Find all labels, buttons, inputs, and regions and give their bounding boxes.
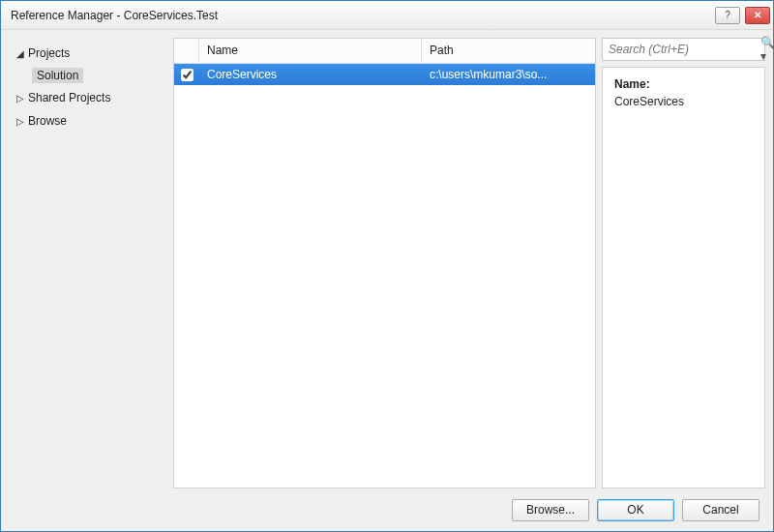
content-row: ◢ Projects Solution ▷ Shared Projects ▷ …: [1, 30, 773, 488]
column-checkbox[interactable]: [174, 39, 199, 63]
dialog-window: Reference Manager - CoreServices.Test ? …: [0, 0, 774, 532]
search-box[interactable]: 🔍▾: [602, 38, 765, 61]
chevron-right-icon: ▷: [15, 116, 26, 127]
search-icon[interactable]: 🔍▾: [757, 36, 774, 63]
sidebar-item-label: Browse: [28, 114, 67, 128]
titlebar[interactable]: Reference Manager - CoreServices.Test ? …: [1, 1, 773, 30]
column-header-name[interactable]: Name: [199, 39, 422, 63]
button-bar: Browse... OK Cancel: [1, 488, 773, 531]
sidebar-item-label: Projects: [28, 46, 70, 60]
window-title: Reference Manager - CoreServices.Test: [11, 9, 713, 22]
row-name: CoreServices: [199, 68, 422, 81]
column-header-path[interactable]: Path: [422, 39, 595, 63]
dialog-body: ◢ Projects Solution ▷ Shared Projects ▷ …: [1, 30, 773, 531]
sidebar-item-projects[interactable]: ◢ Projects: [9, 42, 173, 65]
detail-name-label: Name:: [614, 77, 753, 91]
row-checkbox-cell: [174, 66, 199, 84]
row-path: c:\users\mkumar3\so...: [422, 68, 595, 81]
detail-name-value: CoreServices: [614, 95, 753, 108]
ok-button[interactable]: OK: [597, 499, 674, 521]
close-icon: ✕: [754, 10, 761, 20]
chevron-right-icon: ▷: [15, 93, 26, 103]
list-body: CoreServices c:\users\mkumar3\so...: [174, 64, 595, 488]
sidebar-item-browse[interactable]: ▷ Browse: [9, 109, 173, 133]
close-button[interactable]: ✕: [745, 7, 770, 24]
sidebar: ◢ Projects Solution ▷ Shared Projects ▷ …: [9, 38, 173, 488]
list-row[interactable]: CoreServices c:\users\mkumar3\so...: [174, 64, 595, 85]
sidebar-item-shared-projects[interactable]: ▷ Shared Projects: [9, 86, 173, 109]
detail-panel: Name: CoreServices: [602, 67, 765, 488]
right-panel: 🔍▾ Name: CoreServices: [596, 38, 765, 488]
center-panel: Name Path CoreServices c:\users\mkumar3\…: [173, 38, 596, 488]
sidebar-item-label: Solution: [32, 68, 83, 83]
search-input[interactable]: [607, 42, 757, 57]
sidebar-item-solution[interactable]: Solution: [9, 65, 173, 86]
list-header: Name Path: [174, 39, 595, 64]
reference-list: Name Path CoreServices c:\users\mkumar3\…: [174, 39, 595, 488]
browse-button[interactable]: Browse...: [512, 499, 589, 521]
row-checkbox[interactable]: [181, 69, 194, 81]
help-button[interactable]: ?: [715, 7, 740, 24]
sidebar-item-label: Shared Projects: [28, 91, 110, 104]
chevron-down-icon: ◢: [15, 48, 26, 59]
cancel-button[interactable]: Cancel: [682, 499, 759, 521]
